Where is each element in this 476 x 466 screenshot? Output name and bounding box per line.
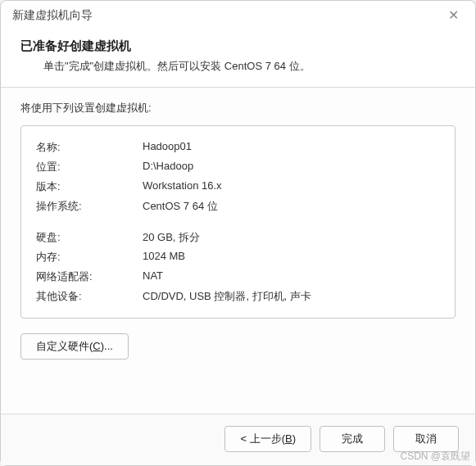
setting-label: 版本: (34, 177, 141, 197)
setting-value: CD/DVD, USB 控制器, 打印机, 声卡 (141, 287, 442, 306)
customize-hardware-button[interactable]: 自定义硬件(C)... (20, 333, 129, 360)
setting-label: 硬盘: (34, 228, 141, 247)
header-section: 已准备好创建虚拟机 单击"完成"创建虚拟机。然后可以安装 CentOS 7 64… (1, 30, 475, 87)
setting-value: D:\Hadoop (141, 157, 442, 177)
button-label-pre: 自定义硬件( (36, 340, 93, 352)
table-row: 操作系统: CentOS 7 64 位 (34, 197, 442, 216)
window-title: 新建虚拟机向导 (12, 8, 93, 23)
close-icon[interactable]: ✕ (443, 7, 464, 24)
setting-label: 位置: (34, 157, 141, 177)
settings-table: 名称: Hadoop01 位置: D:\Hadoop 版本: Workstati… (34, 138, 442, 306)
button-label-post: ) (292, 432, 296, 445)
setting-label: 名称: (34, 138, 141, 157)
table-row: 名称: Hadoop01 (34, 138, 442, 157)
button-hotkey: C (93, 340, 100, 352)
table-row: 内存: 1024 MB (34, 247, 442, 267)
setting-label: 网络适配器: (34, 267, 141, 287)
titlebar: 新建虚拟机向导 ✕ (1, 1, 475, 30)
footer-buttons: < 上一步(B) 完成 取消 (1, 414, 475, 465)
table-row: 位置: D:\Hadoop (34, 157, 442, 177)
button-label-pre: < 上一步( (240, 432, 285, 445)
table-row: 其他设备: CD/DVD, USB 控制器, 打印机, 声卡 (34, 287, 442, 306)
customize-row: 自定义硬件(C)... (20, 333, 456, 360)
body-section: 将使用下列设置创建虚拟机: 名称: Hadoop01 位置: D:\Hadoop… (1, 88, 475, 414)
table-gap (34, 216, 442, 228)
setting-value: Workstation 16.x (141, 177, 442, 197)
intro-text: 将使用下列设置创建虚拟机: (20, 101, 456, 115)
setting-value: 20 GB, 拆分 (141, 228, 442, 247)
setting-label: 操作系统: (34, 197, 141, 216)
back-button[interactable]: < 上一步(B) (224, 426, 311, 452)
page-subtitle: 单击"完成"创建虚拟机。然后可以安装 CentOS 7 64 位。 (43, 59, 456, 74)
table-row: 网络适配器: NAT (34, 267, 442, 287)
setting-value: CentOS 7 64 位 (141, 197, 442, 216)
wizard-dialog: 新建虚拟机向导 ✕ 已准备好创建虚拟机 单击"完成"创建虚拟机。然后可以安装 C… (0, 0, 476, 466)
setting-value: 1024 MB (141, 247, 442, 267)
setting-label: 内存: (34, 247, 141, 267)
button-hotkey: B (285, 432, 292, 445)
page-title: 已准备好创建虚拟机 (20, 38, 456, 54)
button-label-post: )... (101, 340, 113, 352)
finish-button[interactable]: 完成 (320, 426, 385, 452)
setting-value: Hadoop01 (141, 138, 442, 157)
table-row: 硬盘: 20 GB, 拆分 (34, 228, 442, 247)
setting-value: NAT (141, 267, 442, 287)
setting-label: 其他设备: (34, 287, 141, 306)
cancel-button[interactable]: 取消 (393, 426, 459, 452)
settings-summary-box: 名称: Hadoop01 位置: D:\Hadoop 版本: Workstati… (20, 125, 456, 319)
table-row: 版本: Workstation 16.x (34, 177, 442, 197)
